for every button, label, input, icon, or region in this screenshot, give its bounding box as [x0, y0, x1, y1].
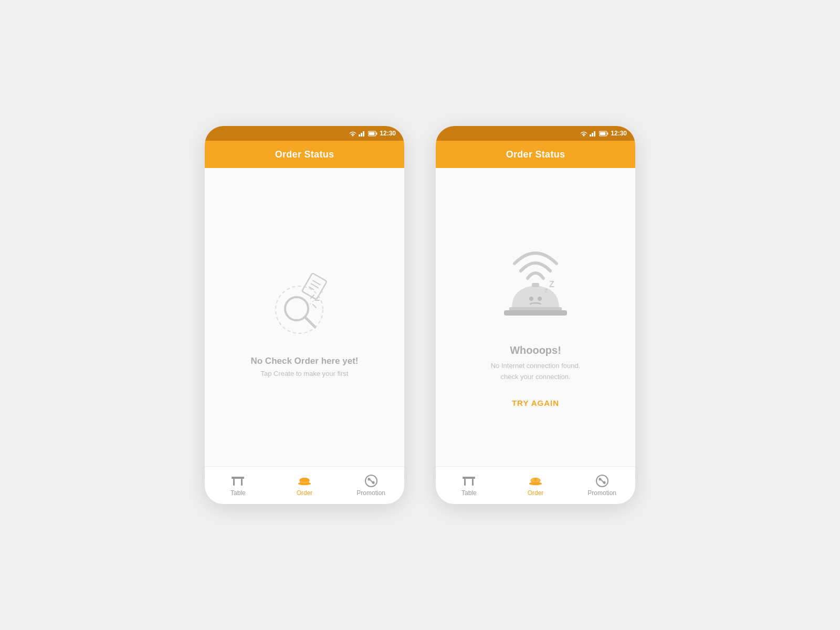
battery-icon-1 — [368, 131, 377, 136]
promotion-icon-1 — [364, 475, 378, 487]
svg-rect-6 — [376, 132, 377, 134]
order-icon-1 — [298, 475, 311, 487]
empty-title: No Check Order here yet! — [250, 356, 358, 366]
svg-rect-19 — [233, 479, 235, 486]
svg-marker-30 — [583, 134, 585, 136]
table-icon-1 — [231, 475, 245, 487]
promotion-icon-2 — [595, 475, 609, 487]
status-bar-2: 12:30 — [436, 126, 635, 141]
svg-rect-7 — [369, 132, 375, 135]
svg-line-15 — [313, 280, 320, 285]
svg-rect-2 — [361, 133, 362, 136]
svg-rect-32 — [592, 133, 593, 136]
svg-rect-36 — [600, 132, 606, 135]
svg-rect-31 — [590, 134, 591, 136]
header-title-2: Order Status — [506, 149, 565, 160]
empty-subtitle: Tap Create to make your first — [261, 370, 349, 377]
svg-point-28 — [368, 478, 370, 480]
phone-empty: 12:30 Order Status — [205, 126, 404, 504]
no-order-svg — [262, 257, 346, 341]
svg-rect-33 — [594, 131, 595, 136]
phone-content-empty: No Check Order here yet! Tap Create to m… — [205, 168, 404, 466]
status-time-1: 12:30 — [380, 130, 396, 137]
svg-point-53 — [598, 478, 601, 480]
app-header-2: Order Status — [436, 141, 635, 168]
nav-item-order-1[interactable]: Order — [271, 475, 338, 497]
app-header-1: Order Status — [205, 141, 404, 168]
phones-container: 12:30 Order Status — [205, 126, 635, 504]
svg-rect-38 — [504, 310, 567, 316]
order-icon-2 — [529, 475, 542, 487]
svg-text:z: z — [544, 286, 548, 294]
svg-point-29 — [372, 481, 374, 484]
svg-rect-50 — [534, 477, 537, 480]
svg-point-25 — [299, 477, 309, 482]
svg-rect-46 — [472, 479, 474, 486]
nav-label-order-2: Order — [528, 489, 544, 497]
svg-point-40 — [538, 297, 542, 301]
svg-rect-1 — [359, 134, 360, 136]
nav-item-order-2[interactable]: Order — [502, 475, 569, 497]
svg-text:Z: Z — [549, 280, 554, 289]
svg-line-16 — [311, 284, 318, 288]
svg-line-13 — [313, 304, 316, 308]
bottom-nav-1: Table Order Promotion — [205, 466, 404, 504]
nav-label-order-1: Order — [297, 489, 313, 497]
status-icons-2: 12:30 — [580, 130, 627, 137]
nav-label-table-2: Table — [461, 489, 477, 497]
nav-item-table-1[interactable]: Table — [205, 475, 271, 497]
header-title-1: Order Status — [275, 149, 334, 160]
svg-rect-21 — [232, 477, 244, 478]
svg-rect-44 — [463, 477, 475, 479]
no-internet-illustration: z Z — [488, 227, 583, 334]
status-bar-1: 12:30 — [205, 126, 404, 141]
nav-item-table-2[interactable]: Table — [436, 475, 502, 497]
error-subtitle: No Internet connection found. check your… — [491, 361, 581, 383]
table-icon-2 — [462, 475, 476, 487]
bottom-nav-2: Table Order Promotion — [436, 466, 635, 504]
phone-no-internet: 12:30 Order Status — [436, 126, 635, 504]
svg-line-10 — [305, 317, 315, 327]
no-internet-svg: z Z — [488, 227, 583, 332]
status-icons-1: 12:30 — [349, 130, 396, 137]
svg-rect-45 — [464, 479, 466, 486]
svg-marker-0 — [352, 134, 354, 136]
nav-item-promotion-1[interactable]: Promotion — [338, 475, 404, 497]
wifi-icon-1 — [349, 131, 356, 136]
signal-icon-2 — [590, 131, 597, 136]
svg-rect-43 — [532, 283, 539, 287]
empty-illustration — [262, 257, 346, 343]
svg-rect-3 — [363, 131, 364, 136]
error-title: Whooops! — [510, 344, 561, 356]
svg-rect-35 — [607, 132, 608, 134]
nav-label-promotion-1: Promotion — [356, 489, 385, 497]
nav-label-promotion-2: Promotion — [587, 489, 616, 497]
signal-icon-1 — [359, 131, 366, 136]
status-time-2: 12:30 — [611, 130, 627, 137]
battery-icon-2 — [599, 131, 608, 136]
nav-label-table-1: Table — [230, 489, 246, 497]
phone-content-no-internet: z Z Whooops! No Internet connection foun… — [436, 168, 635, 466]
try-again-button[interactable]: TRY AGAIN — [512, 398, 559, 407]
svg-point-39 — [529, 297, 533, 301]
svg-point-54 — [603, 481, 605, 484]
svg-rect-20 — [241, 479, 243, 486]
nav-item-promotion-2[interactable]: Promotion — [569, 475, 635, 497]
wifi-icon-2 — [580, 131, 587, 136]
